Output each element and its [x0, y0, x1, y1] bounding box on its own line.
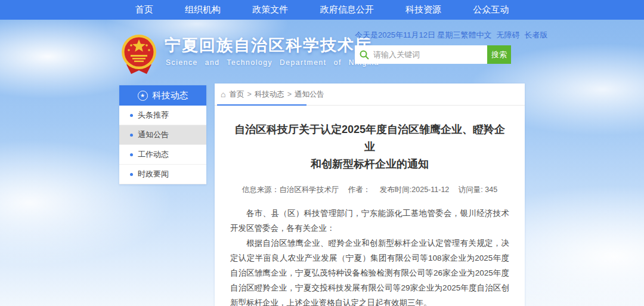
sidebar-item-label: 通知公告: [138, 129, 169, 140]
nav-item-gov-info-disclosure[interactable]: 政府信息公开: [320, 4, 374, 16]
article-panel: ⌂ 首页 > 科技动态 > 通知公告 自治区科技厅关于认定2025年度自治区雏鹰…: [215, 84, 525, 306]
article-meta: 信息来源：自治区科学技术厅 作者： 发布时间:2025-11-12 访问量: 3…: [215, 185, 525, 195]
meta-source: 信息来源：自治区科学技术厅: [242, 186, 339, 194]
meta-visit-count: 访问量: 345: [459, 186, 497, 194]
sidebar-item-label: 工作动态: [138, 149, 169, 160]
sidebar-item-notices[interactable]: 通知公告: [119, 125, 206, 145]
link-traditional-chinese[interactable]: 繁體中文: [461, 30, 492, 41]
bullet-dot-icon: [130, 134, 133, 137]
sidebar-title: 科技动态: [153, 90, 188, 101]
breadcrumb-notices[interactable]: 通知公告: [295, 89, 324, 100]
national-emblem-logo[interactable]: [120, 33, 157, 76]
sidebar-item-label: 时政要闻: [138, 169, 169, 180]
top-navigation-bar: 首页 组织机构 政策文件 政府信息公开 科技资源 公众互动: [0, 0, 644, 20]
bullet-dot-icon: [130, 173, 133, 176]
article-title: 自治区科技厅关于认定2025年度自治区雏鹰企业、瞪羚企业 和创新型标杆企业的通知: [215, 121, 525, 173]
home-icon: ⌂: [221, 89, 225, 99]
site-title: 宁夏回族自治区科学技术厅: [165, 35, 372, 56]
breadcrumb-separator: >: [287, 90, 292, 98]
bullet-dot-icon: [130, 114, 133, 117]
sidebar-item-label: 头条推荐: [138, 110, 169, 120]
nav-item-public-interaction[interactable]: 公众互动: [473, 4, 509, 16]
search-box: [355, 45, 487, 64]
article-body: 各市、县（区）科技管理部门，宁东能源化工基地管委会，银川经济技术开发区管委会，各…: [215, 206, 525, 306]
star-circle-icon: ★: [138, 91, 148, 101]
nav-item-policy-documents[interactable]: 政策文件: [252, 4, 288, 16]
link-accessibility[interactable]: 无障碍: [497, 30, 520, 41]
sidebar-item-current-news[interactable]: 时政要闻: [119, 165, 206, 184]
sidebar-item-headline-recommend[interactable]: 头条推荐: [119, 106, 206, 125]
breadcrumb-tech-trends[interactable]: 科技动态: [255, 89, 284, 100]
breadcrumb-home[interactable]: 首页: [229, 89, 244, 100]
search-input[interactable]: [373, 50, 482, 59]
meta-publish-time: 发布时间:2025-11-12: [380, 186, 450, 194]
nav-item-organization[interactable]: 组织机构: [185, 4, 221, 16]
page-background: 首页 组织机构 政策文件 政府信息公开 科技资源 公众互动: [0, 0, 644, 306]
breadcrumb: ⌂ 首页 > 科技动态 > 通知公告: [215, 84, 525, 106]
search-button[interactable]: 搜索: [487, 45, 511, 64]
sidebar: ★ 科技动态 头条推荐 通知公告 工作动态 时政要闻: [119, 85, 206, 184]
article-title-line2: 和创新型标杆企业的通知: [233, 156, 507, 173]
nav-item-tech-resources[interactable]: 科技资源: [405, 4, 441, 16]
link-elder-version[interactable]: 长者版: [525, 30, 548, 41]
sidebar-item-work-trends[interactable]: 工作动态: [119, 145, 206, 165]
site-header: 宁夏回族自治区科学技术厅 Science and Technology Depa…: [119, 24, 525, 84]
article-title-line1: 自治区科技厅关于认定2025年度自治区雏鹰企业、瞪羚企业: [233, 121, 507, 156]
sidebar-header: ★ 科技动态: [119, 85, 206, 106]
article-paragraph: 各市、县（区）科技管理部门，宁东能源化工基地管委会，银川经济技术开发区管委会，各…: [230, 206, 509, 236]
site-subtitle: Science and Technology Department of Nin…: [166, 58, 379, 67]
article-paragraph: 根据自治区雏鹰企业、瞪羚企业和创新型标杆企业认定管理有关规定，决定认定半亩良人农…: [230, 236, 509, 306]
bullet-dot-icon: [130, 153, 133, 156]
nav-item-home[interactable]: 首页: [135, 4, 153, 16]
today-date-text: 今天是2025年11月12日 星期三: [355, 30, 461, 41]
breadcrumb-separator: >: [247, 90, 251, 98]
search-icon: [360, 50, 369, 60]
meta-author: 作者：: [348, 186, 371, 194]
